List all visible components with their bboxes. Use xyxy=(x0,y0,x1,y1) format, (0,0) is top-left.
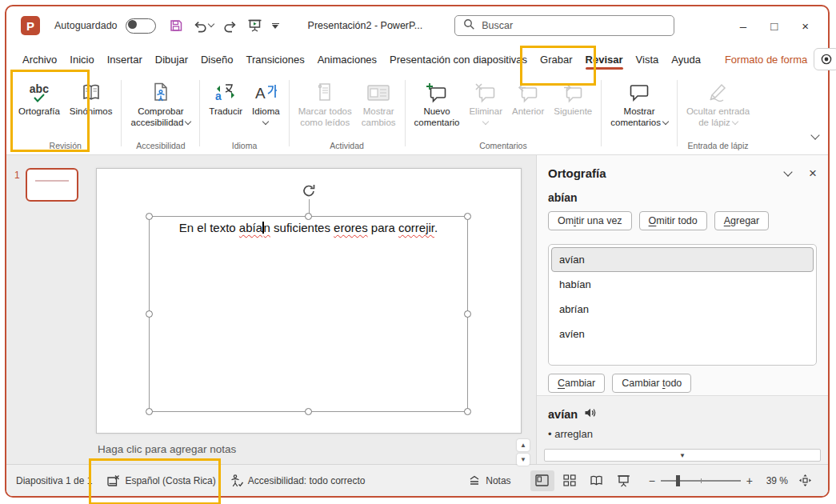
language-label[interactable]: Español (Costa Rica) xyxy=(125,475,215,486)
tab-grabar[interactable]: Grabar xyxy=(534,49,578,72)
vertical-scrollbar: ▲ ▼ xyxy=(517,439,530,466)
notes-placeholder[interactable]: Haga clic para agregar notas xyxy=(98,443,236,455)
save-icon[interactable] xyxy=(169,18,183,33)
synonym-item: • arreglan xyxy=(548,428,817,440)
reading-view-button[interactable] xyxy=(585,470,609,491)
record-button[interactable] xyxy=(814,48,836,70)
zoom-controls: − + xyxy=(649,474,753,487)
zoom-in-button[interactable]: + xyxy=(746,474,753,487)
suggestion-item[interactable]: avíen xyxy=(551,322,814,346)
thumbnail-text-line xyxy=(35,180,69,182)
ortografia-button[interactable]: abc Ortografía xyxy=(14,77,64,120)
accessibility-checker-icon xyxy=(151,80,170,106)
maximize-button[interactable]: □ xyxy=(770,19,778,33)
normal-view-button[interactable] xyxy=(530,470,554,491)
pane-options-chevron-icon[interactable] xyxy=(782,166,791,180)
chevron-down-icon xyxy=(732,118,738,125)
siguiente-comentario-button: Siguiente xyxy=(550,77,596,120)
zoom-slider-thumb[interactable] xyxy=(676,475,680,486)
group-mostrar-comentarios: Mostrar comentarios xyxy=(603,75,675,154)
suggestion-item[interactable]: abrían xyxy=(551,297,814,322)
notes-toggle[interactable]: Notas xyxy=(468,474,510,486)
tab-diseno[interactable]: Diseño xyxy=(194,49,239,72)
traducir-button[interactable]: a Traducir xyxy=(205,77,246,120)
customize-toolbar-icon[interactable] xyxy=(272,23,279,29)
resize-handle-se[interactable] xyxy=(464,408,471,415)
ribbon: abc Ortografía Sinónimos Revisión xyxy=(6,72,828,155)
resize-handle-n[interactable] xyxy=(305,213,312,220)
tab-archivo[interactable]: Archivo xyxy=(16,49,63,72)
resize-handle-sw[interactable] xyxy=(146,408,153,415)
chevron-down-icon xyxy=(482,118,489,125)
powerpoint-logo-icon[interactable]: P xyxy=(21,16,40,35)
comprobar-accesibilidad-button[interactable]: Comprobar accesibilidad xyxy=(126,77,194,131)
sinonimos-button[interactable]: Sinónimos xyxy=(66,77,117,120)
tab-revisar[interactable]: Revisar xyxy=(579,49,630,72)
rotate-handle-icon[interactable] xyxy=(301,183,317,202)
search-input[interactable]: Buscar xyxy=(454,15,674,36)
tab-vista[interactable]: Vista xyxy=(630,49,666,72)
quick-access-toolbar xyxy=(169,18,279,33)
chevron-down-icon xyxy=(185,118,191,125)
tab-transiciones[interactable]: Transiciones xyxy=(239,49,310,72)
accessibility-status[interactable]: Accesibilidad: todo correcto xyxy=(230,474,366,487)
selected-text-box[interactable]: En el texto abían suficientes erores par… xyxy=(149,216,468,412)
slide-sorter-view-button[interactable] xyxy=(558,470,582,491)
undo-button[interactable] xyxy=(193,19,214,33)
omitir-todo-button[interactable]: Omitir todo xyxy=(639,211,707,230)
cambiar-button[interactable]: Cambiar xyxy=(548,374,605,393)
scroll-up-button[interactable]: ▲ xyxy=(517,439,530,451)
zoom-slider[interactable] xyxy=(661,480,741,482)
pane-scroll-down-strip[interactable]: ▼ xyxy=(544,449,821,462)
speaker-icon[interactable] xyxy=(584,407,597,421)
misspelled-word-abian: abían xyxy=(239,221,270,234)
slide-thumbnail[interactable] xyxy=(26,168,78,202)
toggle-knob xyxy=(128,20,137,29)
slideshow-view-button[interactable] xyxy=(612,470,636,491)
start-slideshow-icon[interactable] xyxy=(247,18,262,33)
slide-text[interactable]: En el texto abían suficientes erores par… xyxy=(150,221,467,234)
omitir-una-vez-button[interactable]: Omitir una vez xyxy=(548,211,632,230)
show-changes-icon xyxy=(366,80,390,106)
idioma-button[interactable]: A Idioma xyxy=(248,77,284,131)
resize-handle-ne[interactable] xyxy=(464,213,471,220)
tab-ayuda[interactable]: Ayuda xyxy=(665,49,707,72)
collapse-ribbon-button[interactable] xyxy=(810,129,818,143)
tab-insertar[interactable]: Insertar xyxy=(101,49,149,72)
zoom-out-button[interactable]: − xyxy=(649,474,655,487)
tab-formato-de-forma[interactable]: Formato de forma xyxy=(718,49,814,72)
pane-close-icon[interactable]: × xyxy=(809,166,817,180)
minimize-button[interactable]: – xyxy=(740,19,746,33)
suggestion-item-selected[interactable]: avían xyxy=(551,247,814,272)
show-comments-icon xyxy=(629,80,650,106)
scroll-down-button[interactable]: ▼ xyxy=(517,454,530,466)
resize-handle-nw[interactable] xyxy=(146,213,153,220)
cambiar-todo-button[interactable]: Cambiar todo xyxy=(612,374,691,393)
resize-handle-w[interactable] xyxy=(146,310,153,318)
tab-dibujar[interactable]: Dibujar xyxy=(149,49,194,72)
fit-slide-to-window-button[interactable] xyxy=(793,470,817,491)
tab-inicio[interactable]: Inicio xyxy=(63,49,100,72)
close-button[interactable]: × xyxy=(802,19,809,33)
redo-button[interactable] xyxy=(223,19,238,33)
zoom-level[interactable]: 39 % xyxy=(759,475,788,486)
resize-handle-e[interactable] xyxy=(464,310,471,318)
tab-presentacion-con-diapositivas[interactable]: Presentación con diapositivas xyxy=(383,49,534,72)
undo-dropdown-icon[interactable] xyxy=(207,21,214,27)
spell-check-status[interactable]: Español (Costa Rica) xyxy=(106,474,215,487)
tab-animaciones[interactable]: Animaciones xyxy=(311,49,383,72)
chevron-down-icon xyxy=(262,118,269,125)
thesaurus-book-icon xyxy=(81,80,102,106)
suggestion-item[interactable]: habían xyxy=(551,272,814,297)
autosave-toggle[interactable] xyxy=(126,18,156,34)
nuevo-comentario-button[interactable]: Nuevo comentario xyxy=(410,77,464,131)
next-comment-icon xyxy=(562,80,584,106)
agregar-button[interactable]: Agregar xyxy=(714,211,769,230)
slide-canvas[interactable]: En el texto abían suficientes erores par… xyxy=(96,168,522,434)
mostrar-comentarios-button[interactable]: Mostrar comentarios xyxy=(606,77,672,131)
spelling-pane: Ortografía × abían Omitir una vez Omitir… xyxy=(536,155,828,464)
marcar-todos-button: Marcar todos como leídos xyxy=(294,77,356,131)
resize-handle-s[interactable] xyxy=(305,408,312,415)
slide-thumbnail-panel: 1 xyxy=(6,155,90,464)
translate-icon: a xyxy=(214,80,237,106)
